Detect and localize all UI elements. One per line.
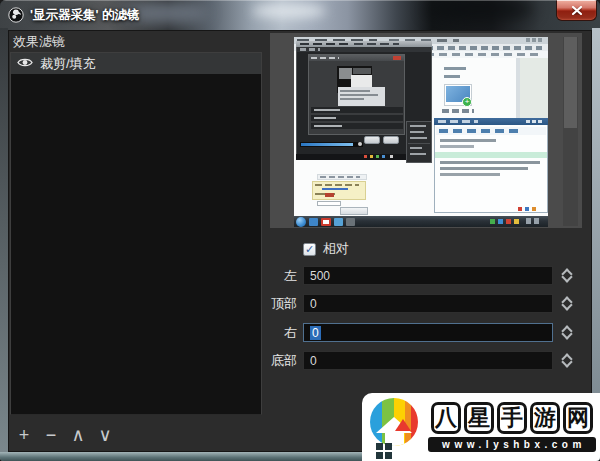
- crop-pad-properties: ✓ 相对 左 顶部 右: [237, 242, 583, 379]
- preview-detail: [440, 161, 540, 164]
- preview-start-orb-icon: [296, 217, 306, 227]
- preview-detail: [301, 143, 353, 146]
- site-name-char: 手: [497, 402, 527, 434]
- logo-rainbow-circle: [370, 398, 418, 446]
- preview-mini-button: [383, 136, 399, 144]
- crop-bottom-label: 底部: [237, 352, 297, 370]
- crop-left-spinner: [558, 266, 576, 285]
- crop-top-label: 顶部: [237, 295, 297, 313]
- preview-tray-icon: [514, 219, 519, 224]
- preview-detail: [354, 43, 399, 45]
- site-name: 八 星 手 游 网: [431, 402, 593, 434]
- preview-detail: [376, 155, 379, 158]
- crop-right-label: 右: [237, 324, 297, 342]
- preview-detail: [444, 75, 460, 78]
- preview-detail: [340, 90, 370, 92]
- preview-context-menu: [406, 121, 432, 163]
- obs-logo-icon: [8, 7, 24, 23]
- preview-highlight-row: [435, 152, 547, 158]
- preview-detail: [314, 109, 340, 111]
- filter-label: 裁剪/填充: [40, 55, 96, 73]
- preview-detail: [300, 43, 350, 45]
- window-frame-left: [0, 28, 8, 461]
- filter-preview-panel: +: [270, 33, 582, 228]
- move-filter-down-button[interactable]: ∨: [96, 426, 114, 444]
- preview-detail: [438, 120, 478, 123]
- preview-detail: [408, 143, 430, 144]
- visibility-eye-icon[interactable]: [17, 56, 33, 71]
- preview-detail: [353, 68, 371, 74]
- site-name-char: 网: [563, 402, 593, 434]
- preview-detail: [426, 53, 538, 56]
- preview-detail: [440, 167, 528, 170]
- add-filter-button[interactable]: +: [15, 426, 33, 444]
- preview-detail: [410, 131, 424, 133]
- preview-clock: [526, 218, 542, 224]
- crop-left-label: 左: [237, 267, 297, 285]
- preview-detail: [315, 184, 359, 186]
- titlebar[interactable]: '显示器采集' 的滤镜: [0, 0, 600, 30]
- crop-left-input[interactable]: [303, 266, 553, 285]
- site-name-char: 八: [431, 402, 461, 434]
- preview-desktop-screenshot: +: [294, 37, 548, 227]
- titlebar-glass-blur: [252, 4, 326, 18]
- crop-top-spinner: [558, 294, 576, 313]
- preview-tray-icon: [506, 219, 511, 224]
- preview-detail: [323, 220, 329, 224]
- filter-row-crop-pad[interactable]: 裁剪/填充: [11, 53, 261, 74]
- preview-detail: [317, 201, 341, 206]
- preview-detail: [340, 94, 378, 96]
- preview-detail: [382, 155, 385, 158]
- move-filter-up-button[interactable]: ∧: [69, 426, 87, 444]
- titlebar-glass-blur: [425, 0, 535, 22]
- preview-detail: [532, 207, 536, 211]
- preview-detail: [314, 125, 342, 127]
- filters-list: 裁剪/填充: [10, 52, 262, 415]
- preview-detail: [518, 207, 522, 211]
- site-name-char: 星: [464, 402, 494, 434]
- preview-detail: [340, 98, 364, 100]
- remove-filter-button[interactable]: −: [42, 426, 60, 444]
- close-button[interactable]: [556, 0, 597, 21]
- watermark-text: 八 星 手 游 网 www.lyshbx.com: [428, 402, 596, 452]
- preview-detail: [426, 46, 542, 50]
- site-watermark: 八 星 手 游 网 www.lyshbx.com: [362, 393, 600, 461]
- preview-detail: [322, 188, 348, 190]
- preview-detail: [358, 142, 362, 146]
- crop-bottom-input[interactable]: [303, 351, 553, 370]
- obs-filters-dialog: '显示器采集' 的滤镜 效果滤镜 裁剪/填充 +: [0, 0, 600, 461]
- crop-right-input[interactable]: 0: [303, 323, 553, 342]
- preview-detail: [320, 176, 360, 178]
- logo-window-squares: [376, 443, 392, 459]
- preview-tray-icon: [490, 219, 495, 224]
- preview-detail: [526, 120, 544, 123]
- preview-detail: [390, 155, 393, 158]
- relative-checkbox[interactable]: ✓: [303, 243, 316, 256]
- preview-add-badge-icon: +: [462, 97, 472, 107]
- preview-detail: [439, 129, 519, 133]
- window-title: '显示器采集' 的滤镜: [30, 7, 139, 24]
- preview-mini-button: [364, 136, 380, 144]
- preview-detail: [526, 38, 544, 42]
- dialog-client-area: 效果滤镜 裁剪/填充 + − ∧ ∨: [8, 30, 592, 452]
- crop-bottom-spinner: [558, 351, 576, 370]
- preview-detail: [440, 173, 500, 176]
- preview-taskbar-icon: [346, 218, 355, 226]
- preview-scrollbar[interactable]: [563, 37, 578, 226]
- preview-detail: [525, 207, 529, 211]
- preview-detail: [314, 117, 336, 119]
- crop-top-input[interactable]: [303, 294, 553, 313]
- site-name-char: 游: [530, 402, 560, 434]
- preview-detail: [410, 137, 427, 139]
- preview-detail: [325, 193, 334, 197]
- preview-taskbar-icon: [334, 218, 343, 226]
- preview-detail: [300, 48, 320, 51]
- preview-detail: [410, 125, 426, 127]
- preview-mini-button: [340, 207, 368, 215]
- preview-scrollbar-thumb[interactable]: [564, 37, 577, 128]
- preview-close-dot: [393, 56, 401, 60]
- preview-detail: [311, 57, 339, 59]
- relative-checkbox-label: 相对: [323, 240, 349, 258]
- logo-red-roof-accent: [395, 419, 411, 431]
- preview-detail: [440, 145, 474, 148]
